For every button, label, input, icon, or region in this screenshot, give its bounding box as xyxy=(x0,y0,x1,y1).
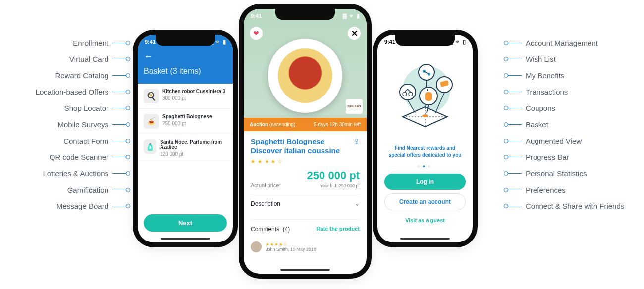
notch xyxy=(156,35,215,46)
connector xyxy=(112,141,126,141)
status-time: 9:41 xyxy=(251,13,262,19)
home-indicator xyxy=(161,238,210,240)
notch xyxy=(275,9,335,20)
feature-item: Location-based Offers xyxy=(36,88,126,96)
item-thumb: 🧴 xyxy=(144,139,156,154)
feature-item: Basket xyxy=(508,120,548,129)
connector xyxy=(508,173,522,174)
next-button[interactable]: Next xyxy=(144,214,227,232)
connector xyxy=(508,190,522,190)
connector xyxy=(112,43,126,43)
basket-header: ← Basket (3 items) xyxy=(138,48,233,84)
feature-item: Progress Bar xyxy=(508,153,569,161)
comment-stars: ★★★★☆ xyxy=(266,242,316,247)
svg-point-9 xyxy=(419,64,434,80)
connector xyxy=(508,108,522,108)
feature-item: Mobile Surveys xyxy=(57,120,126,129)
feature-item: Connect & Share with Friends xyxy=(508,202,624,210)
feature-item: Enrollment xyxy=(73,39,126,47)
description-accordion[interactable]: Description ⌄ xyxy=(251,194,360,213)
connector xyxy=(112,173,126,174)
feature-item: Shop Locator xyxy=(64,104,126,112)
item-name: Spaghetti Bolognese xyxy=(162,114,212,119)
connector xyxy=(112,206,126,206)
basket-item[interactable]: 🍝 Spaghetti Bolognese 250 000 pt xyxy=(138,109,233,134)
close-icon[interactable]: ✕ xyxy=(348,27,361,40)
basket-item[interactable]: 🧴 Santa Noce, Parfume from Azaliee 120 0… xyxy=(138,134,233,162)
connector xyxy=(508,75,522,76)
feature-item: Augmented View xyxy=(508,137,582,145)
feature-item: Reward Catalog xyxy=(55,71,126,80)
actual-price: 250 000 pt xyxy=(307,169,360,182)
login-button[interactable]: Log in xyxy=(384,174,466,190)
tagline: Find Nearest rewards and special offers … xyxy=(377,145,473,159)
product-hero: 9:41 ䷀ᯤ▮ ❤ ✕ FABIANO xyxy=(244,9,367,118)
onboarding-illustration xyxy=(377,48,473,145)
guest-link[interactable]: Visit as a guest xyxy=(377,217,473,223)
feature-item: Preferences xyxy=(508,186,566,194)
status-icons: ䷀ᯤ▮ xyxy=(340,13,360,19)
connector xyxy=(508,59,522,59)
rate-product-link[interactable]: Rate the product xyxy=(317,226,360,233)
your-bid: Your bid: 290 000 pt xyxy=(307,183,360,188)
rating-stars: ★ ★ ★ ★ ☆ xyxy=(251,159,360,164)
feature-item: Lotteries & Auctions xyxy=(43,169,126,178)
product-image xyxy=(268,39,342,113)
svg-point-5 xyxy=(400,84,416,100)
feature-item: My Benefits xyxy=(508,71,564,80)
feature-item: Message Board xyxy=(56,202,126,210)
item-points: 120 000 pt xyxy=(160,151,227,157)
feature-item: Virtual Card xyxy=(69,55,126,63)
feature-item: Gamification xyxy=(67,186,126,194)
connector xyxy=(508,92,522,92)
connector xyxy=(112,92,126,92)
feature-item: QR code Scanner xyxy=(50,153,126,161)
phone-onboarding: 9:41 ䷀ᯤ▯ xyxy=(377,35,473,242)
connector xyxy=(112,157,126,157)
item-thumb: 🍝 xyxy=(144,114,159,129)
share-icon[interactable]: ⇪ xyxy=(354,137,360,145)
connector xyxy=(508,141,522,141)
connector xyxy=(112,124,126,125)
feature-item: Transactions xyxy=(508,88,568,96)
home-indicator xyxy=(280,269,330,271)
item-points: 250 000 pt xyxy=(162,121,212,126)
auction-bar: Auction (ascending) 5 days 12h 30min lef… xyxy=(244,118,367,131)
avatar xyxy=(251,241,262,252)
create-account-button[interactable]: Create an account xyxy=(384,193,466,210)
item-name: Santa Noce, Parfume from Azaliee xyxy=(160,139,227,150)
features-left: Enrollment Virtual Card Reward Catalog L… xyxy=(0,39,126,210)
brand-badge: FABIANO xyxy=(346,99,363,114)
feature-item: Wish List xyxy=(508,55,556,63)
auction-label: Auction (ascending) xyxy=(250,122,295,127)
page-dots: ○●○ xyxy=(377,164,473,169)
price-row: Actual price: 250 000 pt Your bid: 290 0… xyxy=(251,169,360,188)
feature-item: Account Management xyxy=(508,39,598,47)
phone-basket: 9:41 ䷀ᯤ▮ ← Basket (3 items) 🍳 Kitchen ro… xyxy=(138,35,233,242)
features-right: Account Management Wish List My Benefits… xyxy=(508,39,639,210)
auction-time-left: 5 days 12h 30min left xyxy=(314,122,361,127)
phone-product: 9:41 ䷀ᯤ▮ ❤ ✕ FABIANO Auction (ascending)… xyxy=(244,9,367,274)
comments-accordion[interactable]: Comments (4) Rate the product xyxy=(251,219,360,239)
favorite-icon[interactable]: ❤ xyxy=(250,27,263,40)
status-time: 9:41 xyxy=(145,39,156,45)
connector xyxy=(508,157,522,157)
connector xyxy=(112,75,126,76)
connector xyxy=(112,59,126,59)
connector xyxy=(112,108,126,108)
feature-item: Contact Form xyxy=(63,137,126,145)
svg-rect-19 xyxy=(425,92,432,101)
connector xyxy=(508,43,522,43)
notch xyxy=(395,35,455,46)
page-title: Basket (3 items) xyxy=(144,67,227,76)
connector xyxy=(112,190,126,190)
svg-point-4 xyxy=(422,114,428,117)
chevron-down-icon: ⌄ xyxy=(355,200,360,207)
item-name: Kitchen robot Cussiniera 3 xyxy=(162,89,225,94)
basket-item[interactable]: 🍳 Kitchen robot Cussiniera 3 300 000 pt xyxy=(138,84,233,109)
comment-row: ★★★★☆ John Smith, 10 May 2018 xyxy=(244,241,367,254)
product-title: Spaghetti BologneseDiscover italian cous… xyxy=(251,137,360,156)
back-icon[interactable]: ← xyxy=(144,51,227,62)
item-points: 300 000 pt xyxy=(162,96,225,101)
actual-price-label: Actual price: xyxy=(251,182,281,188)
